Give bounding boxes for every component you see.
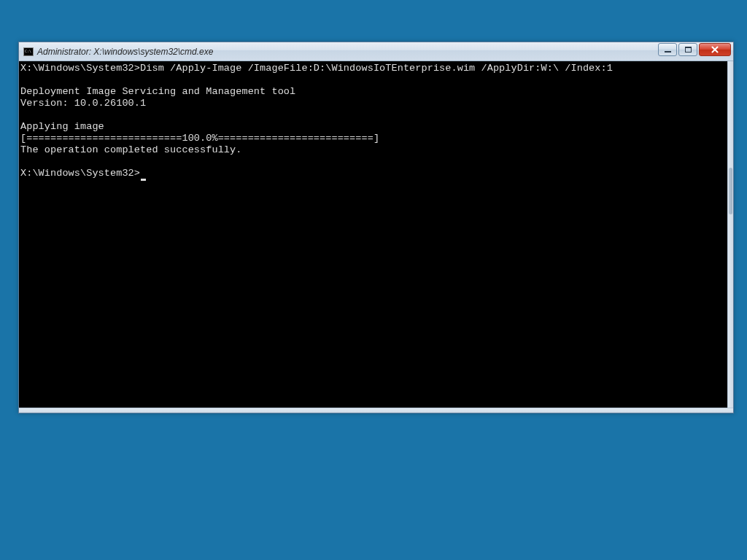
cmd-window: Administrator: X:\windows\system32\cmd.e… (18, 42, 734, 413)
cursor (141, 179, 146, 181)
terminal-line: Deployment Image Servicing and Managemen… (20, 86, 727, 98)
close-button[interactable] (699, 43, 731, 56)
titlebar[interactable]: Administrator: X:\windows\system32\cmd.e… (19, 42, 733, 61)
minimize-button[interactable] (658, 43, 677, 56)
terminal-line: Version: 10.0.26100.1 (20, 98, 727, 109)
window-frame-bottom (19, 408, 733, 413)
terminal-line: [==========================100.0%=======… (20, 133, 727, 144)
window-controls (658, 43, 731, 56)
terminal-line: Applying image (20, 121, 727, 133)
window-title: Administrator: X:\windows\system32\cmd.e… (37, 47, 213, 57)
minimize-icon (665, 51, 671, 52)
terminal-line: X:\Windows\System32>Dism /Apply-Image /I… (20, 63, 727, 74)
cmd-icon (23, 47, 34, 56)
scrollbar-thumb[interactable] (729, 168, 732, 214)
client-area: X:\Windows\System32>Dism /Apply-Image /I… (19, 61, 733, 408)
terminal-line: X:\Windows\System32> (20, 168, 727, 181)
close-icon (711, 46, 719, 53)
terminal-line (20, 156, 727, 168)
terminal-line: The operation completed successfully. (20, 144, 727, 156)
scrollbar-track[interactable] (727, 61, 733, 408)
terminal-output[interactable]: X:\Windows\System32>Dism /Apply-Image /I… (19, 61, 727, 408)
maximize-icon (685, 47, 692, 52)
terminal-line (20, 74, 727, 86)
terminal-line (20, 109, 727, 121)
maximize-button[interactable] (678, 43, 697, 56)
